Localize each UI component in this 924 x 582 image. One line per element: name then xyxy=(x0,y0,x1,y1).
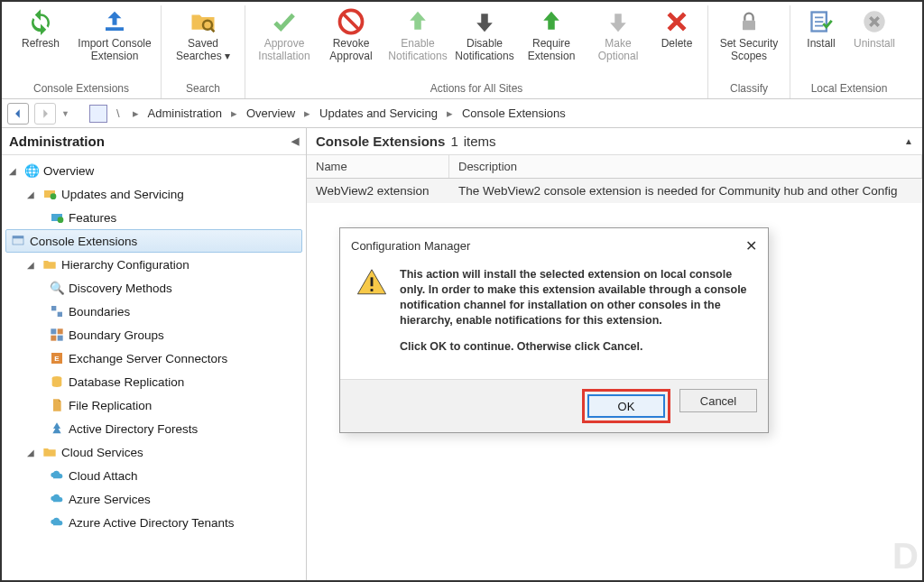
globe-icon: 🌐 xyxy=(23,162,40,179)
expand-toggle-icon[interactable]: ◢ xyxy=(27,448,38,457)
table-row[interactable]: WebView2 extension The WebView2 console … xyxy=(307,179,922,203)
svg-rect-18 xyxy=(51,336,56,341)
refresh-button[interactable]: Refresh xyxy=(7,5,74,80)
expand-toggle-icon[interactable]: ◢ xyxy=(9,166,20,176)
column-headers: Name Description xyxy=(307,155,922,179)
folder-icon xyxy=(42,444,58,460)
tree-item-azure-services[interactable]: Azure Services xyxy=(2,487,306,511)
checklist-install-icon xyxy=(807,7,836,36)
tree-label: Azure Services xyxy=(69,493,151,506)
saved-searches-button[interactable]: Saved Searches ▾ xyxy=(167,5,239,80)
tree-label: Boundaries xyxy=(69,305,130,319)
expand-toggle-icon[interactable]: ◢ xyxy=(27,260,38,270)
exchange-icon: E xyxy=(49,350,65,366)
set-security-scopes-button[interactable]: Set Security Scopes xyxy=(714,5,784,80)
tree-label: Updates and Servicing xyxy=(61,188,184,201)
nav-tree: ◢ 🌐 Overview ◢ Updates and Servicing Fea… xyxy=(2,155,306,538)
aad-icon xyxy=(49,514,65,531)
column-header-name[interactable]: Name xyxy=(307,155,449,178)
saved-searches-label: Saved Searches ▾ xyxy=(169,38,237,65)
expand-toggle-icon[interactable]: ◢ xyxy=(27,189,38,199)
watermark: D xyxy=(892,536,917,577)
refresh-label: Refresh xyxy=(22,38,60,65)
arrow-down-icon xyxy=(604,7,633,36)
ok-button[interactable]: OK xyxy=(587,394,665,418)
revoke-approval-button[interactable]: Revoke Approval xyxy=(318,5,384,80)
dialog-body-main: This action will install the selected ex… xyxy=(400,268,747,327)
tree-label: Cloud Attach xyxy=(69,469,138,483)
breadcrumb-item[interactable]: Administration xyxy=(148,106,222,120)
tree-label: Azure Active Directory Tenants xyxy=(69,516,235,530)
ribbon-group-actions: Approve Installation Revoke Approval Ena… xyxy=(245,5,708,98)
make-optional-button[interactable]: Make Optional xyxy=(585,5,651,80)
svg-point-11 xyxy=(58,217,64,223)
tree-item-cloud-attach[interactable]: Cloud Attach xyxy=(2,464,306,487)
svg-rect-23 xyxy=(371,277,374,286)
feature-icon xyxy=(49,209,65,226)
tree-item-db-replication[interactable]: Database Replication xyxy=(2,370,306,393)
tree-item-overview[interactable]: ◢ 🌐 Overview xyxy=(2,159,306,182)
tree-item-boundary-groups[interactable]: Boundary Groups xyxy=(2,323,306,346)
column-header-description[interactable]: Description xyxy=(449,155,922,178)
dialog-close-button[interactable]: ✕ xyxy=(745,237,757,254)
tree-item-aad-tenants[interactable]: Azure Active Directory Tenants xyxy=(2,511,306,534)
approve-installation-button[interactable]: Approve Installation xyxy=(251,5,318,80)
tree-item-file-replication[interactable]: File Replication xyxy=(2,393,306,417)
breadcrumb-item[interactable]: Updates and Servicing xyxy=(319,106,438,120)
dialog-title: Configuration Manager xyxy=(351,239,470,253)
content-count-suffix: items xyxy=(464,134,496,149)
install-button[interactable]: Install xyxy=(796,5,846,80)
ribbon-group-label: Local Extension xyxy=(811,80,888,98)
folder-icon xyxy=(42,256,58,273)
ad-forest-icon xyxy=(49,420,65,437)
enable-notifications-button[interactable]: Enable Notifications xyxy=(384,5,451,80)
file-replication-icon xyxy=(49,397,65,413)
tree-item-discovery-methods[interactable]: 🔍 Discovery Methods xyxy=(2,276,306,300)
cancel-button[interactable]: Cancel xyxy=(679,389,757,412)
ribbon: Refresh Import Console Extension Console… xyxy=(2,2,922,99)
delete-button[interactable]: Delete xyxy=(651,5,702,80)
import-console-extension-button[interactable]: Import Console Extension xyxy=(74,5,155,80)
svg-rect-17 xyxy=(58,328,63,334)
nav-dropdown[interactable]: ▼ xyxy=(61,109,69,118)
breadcrumb-item[interactable]: Overview xyxy=(246,106,295,120)
ribbon-group-search: Saved Searches ▾ Search xyxy=(162,5,245,98)
svg-rect-24 xyxy=(371,289,374,291)
arrow-up-icon xyxy=(537,7,566,36)
arrow-up-green-icon xyxy=(403,7,432,36)
tree-item-console-extensions[interactable]: Console Extensions xyxy=(5,229,302,253)
breadcrumb-root-icon[interactable] xyxy=(89,105,107,123)
svg-line-4 xyxy=(343,14,359,30)
no-entry-icon xyxy=(337,7,365,36)
tree-label: Active Directory Forests xyxy=(69,422,198,436)
uninstall-button[interactable]: Uninstall xyxy=(846,5,902,80)
tree-item-hierarchy-config[interactable]: ◢ Hierarchy Configuration xyxy=(2,253,306,276)
checkmark-icon xyxy=(270,7,299,36)
tree-item-cloud-services[interactable]: ◢ Cloud Services xyxy=(2,440,306,464)
tree-item-boundaries[interactable]: Boundaries xyxy=(2,300,306,323)
folder-search-icon xyxy=(189,7,217,36)
tree-item-ad-forests[interactable]: Active Directory Forests xyxy=(2,417,306,440)
tree-label: Hierarchy Configuration xyxy=(61,258,189,272)
nav-forward-button[interactable] xyxy=(34,103,56,125)
ribbon-group-local-extension: Install Uninstall Local Extension xyxy=(790,5,908,98)
svg-rect-14 xyxy=(51,306,56,310)
content-header: Console Extensions 1 items ▲ xyxy=(307,128,922,155)
collapse-sidebar-icon[interactable]: ◀ xyxy=(291,135,299,147)
ribbon-group-label: Search xyxy=(186,80,220,98)
collapse-header-icon[interactable]: ▲ xyxy=(904,136,913,146)
import-icon xyxy=(100,7,129,36)
tree-label: Database Replication xyxy=(69,375,184,389)
disable-notifications-button[interactable]: Disable Notifications xyxy=(451,5,518,80)
tree-label: Cloud Services xyxy=(61,446,143,459)
arrow-down-grey-icon xyxy=(470,7,499,36)
breadcrumb-item[interactable]: Console Extensions xyxy=(462,106,566,120)
tree-item-exchange-connectors[interactable]: E Exchange Server Connectors xyxy=(2,346,306,370)
svg-point-9 xyxy=(51,193,57,199)
update-icon xyxy=(42,186,58,202)
azure-icon xyxy=(49,491,65,507)
require-extension-button[interactable]: Require Extension xyxy=(518,5,585,80)
tree-item-features[interactable]: Features xyxy=(2,206,306,229)
nav-back-button[interactable] xyxy=(7,103,29,125)
tree-item-updates-servicing[interactable]: ◢ Updates and Servicing xyxy=(2,182,306,206)
